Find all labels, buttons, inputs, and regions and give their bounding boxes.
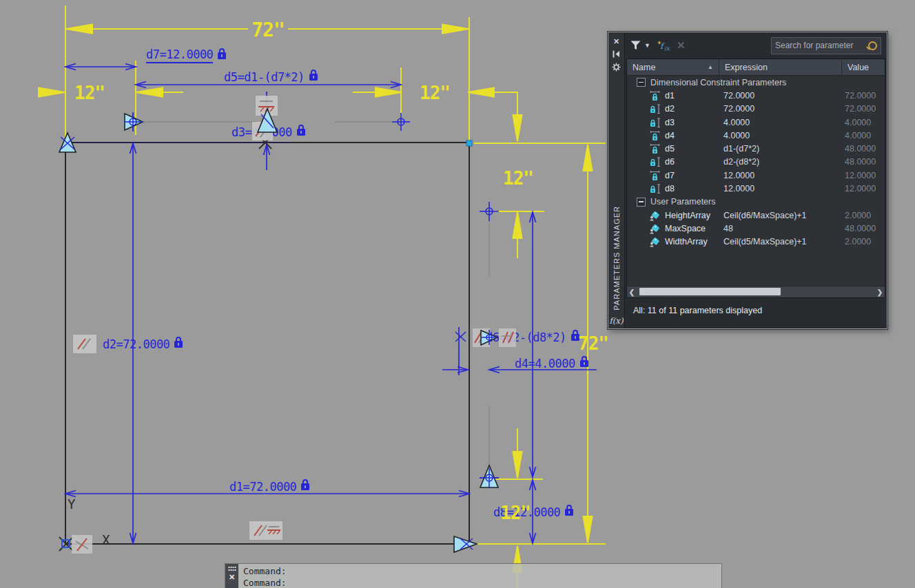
parameter-value: 4.0000	[842, 131, 885, 140]
parameter-name[interactable]: d3	[665, 118, 675, 127]
palette-title-bar[interactable]: ✕ PARAMETERS MANAGER f(x)	[608, 32, 625, 328]
parameter-row[interactable]: d8 12.0000 12.0000	[627, 182, 885, 195]
parameter-name[interactable]: MaxSpace	[665, 224, 706, 233]
dim-label-d5[interactable]: d5=d1-(d7*2)	[224, 70, 318, 84]
scrollbar-thumb[interactable]	[639, 288, 781, 295]
parameter-name[interactable]: d2	[665, 104, 675, 114]
sort-ascending-icon: ▲	[708, 64, 713, 70]
centerlines	[138, 122, 489, 468]
parameter-expression[interactable]: 4.0000	[719, 118, 842, 127]
lock-icon	[565, 509, 573, 516]
parameter-row[interactable]: d2 72.0000 72.0000	[627, 103, 885, 116]
filter-icon[interactable]	[630, 41, 641, 50]
annot-label-right-bottom-offset[interactable]: 12"	[500, 503, 531, 523]
annot-label-top-left-gap[interactable]: 12"	[74, 83, 105, 103]
filter-dropdown-caret[interactable]: ▼	[644, 42, 650, 49]
command-window[interactable]: ✕ Command: Command:	[225, 563, 722, 588]
column-header-name[interactable]: Name ▲	[627, 59, 719, 75]
close-icon[interactable]: ✕	[229, 574, 235, 581]
parameter-row[interactable]: d5 d1-(d7*2) 48.0000	[627, 142, 885, 155]
ucs-y-label: Y	[68, 496, 75, 512]
dim-label-d7[interactable]: d7=12.0000	[146, 48, 226, 63]
parameter-group-row[interactable]: Dimensional Constraint Parameters	[627, 76, 885, 89]
parameter-expression[interactable]: 72.0000	[719, 91, 842, 101]
command-prompt-line[interactable]: Command:	[243, 565, 287, 577]
parameter-name[interactable]: d8	[665, 184, 675, 193]
parameter-row[interactable]: MaxSpace 48 48.0000	[627, 222, 885, 235]
search-input[interactable]: Search for parameter	[771, 37, 881, 54]
scrollbar-track[interactable]	[637, 286, 875, 297]
horizontal-dimension-lock-icon	[649, 170, 661, 181]
parameter-row[interactable]: d3 4.0000 4.0000	[627, 116, 885, 129]
collapse-icon[interactable]	[637, 78, 646, 87]
close-icon[interactable]: ✕	[612, 36, 621, 47]
parameter-row[interactable]: HeightArray Ceil(d6/MaxSpace)+1 2.0000	[627, 209, 885, 222]
parameter-name[interactable]: d7	[665, 171, 675, 180]
parameter-name[interactable]: d5	[665, 144, 675, 154]
lock-icon	[301, 483, 309, 490]
annot-label-top-right-gap[interactable]: 12"	[420, 83, 450, 103]
parameter-expression[interactable]: 48	[719, 224, 842, 233]
dim-label-d2[interactable]: d2=72.0000	[103, 337, 183, 351]
properties-gear-icon[interactable]	[612, 63, 621, 73]
horizontal-dimension-lock-icon	[649, 130, 661, 141]
column-header-expression[interactable]: Expression	[719, 59, 842, 75]
parameter-name[interactable]: HeightArray	[665, 211, 710, 220]
command-window-titlebar[interactable]: ✕	[225, 564, 238, 588]
ucs-x-label: X	[102, 532, 110, 547]
palette-status-text: All: 11 of 11 parameters displayed	[625, 298, 887, 315]
yellow-dimensions[interactable]	[39, 6, 606, 588]
table-rows: Dimensional Constraint Parameters	[627, 76, 885, 286]
parameter-expression[interactable]: Ceil(d6/MaxSpace)+1	[719, 211, 842, 220]
horizontal-dimension-lock-icon	[649, 143, 661, 154]
annot-label-top-width[interactable]: 72"	[251, 19, 285, 41]
parameter-row[interactable]: WidthArray Ceil(d5/MaxSpace)+1 2.0000	[627, 235, 885, 249]
parameter-expression[interactable]: Ceil(d5/MaxSpace)+1	[719, 237, 842, 246]
corner-grip[interactable]	[466, 140, 472, 146]
svg-text:(x): (x)	[664, 45, 670, 51]
parameter-row[interactable]: d1 72.0000 72.0000	[627, 89, 885, 102]
parameter-expression[interactable]: d1-(d7*2)	[719, 144, 842, 154]
parameter-name[interactable]: WidthArray	[665, 237, 708, 246]
user-parameter-tag-icon	[649, 223, 661, 234]
parameter-name[interactable]: d6	[665, 157, 675, 167]
parameters-table: Name ▲ Expression Value Dimensional Cons…	[626, 59, 885, 298]
parameter-row[interactable]: d7 12.0000 12.0000	[627, 169, 885, 182]
delete-parameter-icon[interactable]: ✕	[677, 39, 686, 52]
parameter-expression[interactable]: 12.0000	[719, 171, 842, 180]
parameter-value: 72.0000	[842, 104, 885, 114]
horizontal-scrollbar[interactable]: ❮ ❯	[627, 286, 885, 297]
parameter-expression[interactable]: 72.0000	[719, 104, 842, 114]
scroll-right-icon[interactable]: ❯	[875, 288, 885, 296]
dim-label-d4[interactable]: d4=4.0000	[515, 357, 588, 370]
parameter-expression[interactable]: 4.0000	[719, 131, 842, 140]
parameter-group-row[interactable]: User Parameters	[627, 196, 885, 209]
search-icon[interactable]	[868, 41, 877, 50]
annot-label-right-height[interactable]: 72"	[578, 333, 608, 354]
parameter-value: 12.0000	[842, 184, 885, 193]
dim-label-d6[interactable]: d6=d2-(d8*2)	[486, 330, 579, 344]
column-header-value[interactable]: Value	[842, 59, 885, 75]
collapse-icon[interactable]	[637, 198, 646, 207]
parameter-value: 48.0000	[842, 224, 885, 233]
parameter-name[interactable]: d1	[665, 91, 675, 101]
parameter-row[interactable]: d6 d2-(d8*2) 48.0000	[627, 156, 885, 169]
lock-icon	[174, 341, 183, 348]
parameter-value: 12.0000	[842, 171, 885, 180]
parameter-name[interactable]: d4	[665, 131, 675, 140]
parameter-expression[interactable]: 12.0000	[719, 184, 842, 193]
command-prompt-line[interactable]: Command:	[243, 577, 287, 588]
vertical-dimension-lock-icon	[649, 117, 661, 128]
dim-label-d3[interactable]: d3=4.0000	[232, 125, 305, 139]
drag-handle-icon[interactable]	[228, 566, 236, 571]
parameter-value: 72.0000	[842, 91, 885, 101]
parameter-row[interactable]: d4 4.0000 4.0000	[627, 129, 885, 142]
new-user-parameter-icon[interactable]: f (x)	[657, 40, 670, 51]
dim-label-d1[interactable]: d1=72.0000	[229, 480, 309, 494]
auto-hide-icon[interactable]	[612, 50, 621, 60]
constraint-point-markers	[124, 113, 499, 487]
scroll-left-icon[interactable]: ❮	[627, 288, 637, 296]
parameter-expression[interactable]: d2-(d8*2)	[719, 157, 842, 167]
annot-label-right-top-offset[interactable]: 12"	[503, 168, 533, 189]
user-parameter-tag-icon	[649, 236, 661, 247]
